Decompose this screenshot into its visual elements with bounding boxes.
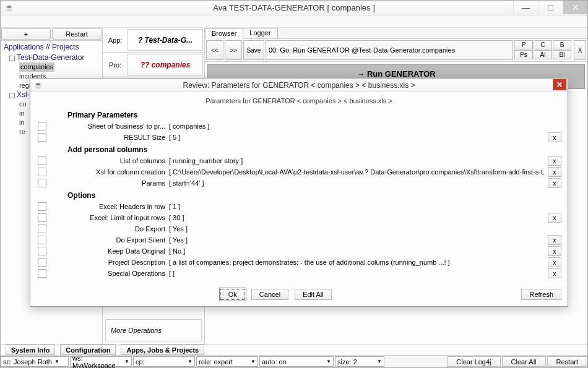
- x-button[interactable]: X: [574, 40, 586, 60]
- status-apps-jobs[interactable]: Apps, Jobs & Projects: [121, 344, 204, 355]
- param-row-limit: Excel: Limit of input rows [ 30 ] x: [37, 212, 561, 223]
- status-system-info[interactable]: System Info: [6, 344, 55, 355]
- section-personal: Add personal columns: [37, 143, 561, 155]
- clear-button[interactable]: x: [548, 235, 561, 245]
- chevron-down-icon: ▼: [124, 359, 129, 364]
- clear-button[interactable]: x: [548, 167, 561, 177]
- bottom-bar: sc: Joseph Roth▼ ws: MyWorkspace▼ cp:▼ r…: [1, 355, 587, 367]
- tab-browser[interactable]: Browser: [205, 28, 243, 39]
- prev-button[interactable]: <<: [206, 40, 223, 60]
- run-title: → Run GENERATOR: [357, 69, 435, 79]
- tab-logger[interactable]: Logger: [243, 28, 277, 38]
- section-primary: Primary Parameters: [37, 108, 561, 121]
- ok-button[interactable]: Ok: [220, 289, 245, 300]
- checkbox[interactable]: [38, 133, 46, 142]
- parameters-dialog: ☕ Review: Parameters for GENERATOR < com…: [30, 78, 568, 307]
- refresh-button[interactable]: Refresh: [521, 289, 561, 300]
- expander-icon[interactable]: -: [9, 93, 15, 98]
- dialog-subtitle: Parameters for GENERATOR < companies > <…: [30, 92, 568, 108]
- clear-button[interactable]: x: [548, 178, 561, 188]
- param-row-columns: List of columns [ running_number story ]…: [37, 155, 561, 166]
- minimize-button[interactable]: —: [513, 1, 538, 14]
- clear-button[interactable]: x: [548, 268, 561, 278]
- pro-label: Pro:: [103, 61, 128, 69]
- tree-heading: Applications // Projects: [1, 41, 102, 53]
- bl-button[interactable]: Bl: [553, 50, 571, 59]
- more-operations-button[interactable]: More Operations: [105, 319, 202, 341]
- param-row-special: Special Operations [ ] x: [37, 268, 561, 279]
- param-row-headers: Excel: Headers in row [ 1 ]: [37, 201, 561, 212]
- java-icon: ☕: [4, 3, 14, 13]
- save-button[interactable]: Save: [243, 40, 264, 60]
- chevron-down-icon: ▼: [251, 359, 256, 364]
- chevron-down-icon: ▼: [188, 359, 192, 364]
- pro-value[interactable]: ?? companies: [128, 54, 203, 76]
- titlebar: ☕ Ava TEST-DATA-GENERATOR [ companies ] …: [1, 1, 587, 15]
- chevron-down-icon: ▼: [54, 359, 59, 364]
- java-icon: ☕: [34, 81, 43, 89]
- checkbox[interactable]: [38, 225, 46, 233]
- checkbox[interactable]: [38, 247, 46, 255]
- next-button[interactable]: >>: [225, 40, 242, 60]
- al-button[interactable]: Al: [534, 50, 552, 59]
- status-bar: System Info Configuration Apps, Jobs & P…: [1, 344, 587, 355]
- cp-dropdown[interactable]: cp:▼: [133, 356, 195, 367]
- clear-button[interactable]: x: [548, 156, 561, 166]
- param-row-sheet: Sheet of 'business' to pr... [ companies…: [37, 121, 561, 132]
- checkbox[interactable]: [38, 179, 46, 187]
- clear-button[interactable]: x: [548, 213, 561, 223]
- maximize-button[interactable]: □: [538, 1, 563, 14]
- app-value[interactable]: ? Test-Data-G...: [128, 29, 203, 51]
- checkbox[interactable]: [38, 213, 46, 222]
- window-title: Ava TEST-DATA-GENERATOR [ companies ]: [1, 3, 587, 12]
- clear-button[interactable]: x: [548, 132, 561, 142]
- auto-dropdown[interactable]: auto: on▼: [259, 356, 334, 367]
- side-button-grid: P C B Ps Al Bl: [514, 40, 571, 60]
- tree-leaf-companies[interactable]: companies: [19, 62, 54, 72]
- tree-node-tdg[interactable]: -Test-Data-Generator: [2, 53, 101, 62]
- p-button[interactable]: P: [514, 40, 533, 49]
- size-dropdown[interactable]: size: 2▼: [335, 356, 384, 367]
- top-toolbar: [1, 15, 587, 28]
- ws-dropdown[interactable]: ws: MyWorkspace▼: [70, 356, 132, 367]
- param-row-params: Params [ start='44' ] x: [37, 178, 561, 189]
- cancel-button[interactable]: Cancel: [251, 289, 288, 300]
- param-row-description: Project Description [ a list of companie…: [37, 257, 561, 268]
- b-button[interactable]: B: [553, 40, 571, 49]
- close-button[interactable]: ✕: [563, 1, 587, 14]
- role-dropdown[interactable]: role: expert▼: [196, 356, 258, 367]
- param-row-result-size: RESULT Size [ 5 ] x: [37, 132, 561, 143]
- clear-all-button[interactable]: Clear All: [502, 356, 546, 367]
- restart-button[interactable]: Restart: [52, 28, 102, 40]
- app-label: App:: [103, 36, 128, 44]
- checkbox[interactable]: [38, 122, 46, 131]
- expander-icon[interactable]: -: [9, 56, 15, 61]
- section-options: Options: [37, 189, 561, 201]
- dialog-close-button[interactable]: ✕: [553, 79, 566, 90]
- param-row-xsl: Xsl for column creation [ C:\Users\Devel…: [37, 166, 561, 178]
- command-box[interactable]: 00: Go: Run GENERATOR @Test-Data-Generat…: [266, 40, 513, 60]
- status-configuration[interactable]: Configuration: [60, 344, 116, 355]
- ps-button[interactable]: Ps: [514, 50, 533, 59]
- checkbox[interactable]: [38, 236, 46, 244]
- checkbox[interactable]: [38, 202, 46, 211]
- param-row-silent: Do Export Silent [ Yes ] x: [37, 234, 561, 246]
- param-row-keep: Keep Data Original [ No ] x: [37, 246, 561, 257]
- chevron-down-icon: ▼: [326, 359, 331, 364]
- checkbox[interactable]: [38, 156, 46, 165]
- clear-button[interactable]: x: [548, 257, 561, 267]
- checkbox[interactable]: [38, 269, 46, 278]
- add-button[interactable]: +: [1, 28, 51, 40]
- clear-log4j-button[interactable]: Clear Log4j: [447, 356, 500, 367]
- checkbox[interactable]: [38, 258, 46, 267]
- chevron-down-icon: ▼: [377, 359, 382, 364]
- dialog-title: Review: Parameters for GENERATOR < compa…: [30, 81, 568, 90]
- clear-button[interactable]: x: [548, 246, 561, 256]
- sc-dropdown[interactable]: sc: Joseph Roth▼: [1, 356, 69, 367]
- edit-all-button[interactable]: Edit All: [295, 289, 332, 300]
- bottom-restart-button[interactable]: Restart: [547, 356, 587, 367]
- c-button[interactable]: C: [534, 40, 552, 49]
- checkbox[interactable]: [38, 168, 46, 176]
- param-row-export: Do Export [ Yes ]: [37, 223, 561, 234]
